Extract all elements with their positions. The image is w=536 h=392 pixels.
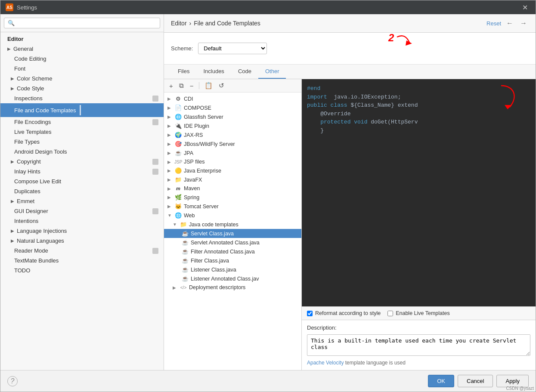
- code-line: @Override: [307, 110, 530, 118]
- tree-item-cdi[interactable]: ▶ ⚙ CDI: [164, 94, 301, 103]
- sidebar-section-editor[interactable]: Editor: [0, 34, 164, 44]
- sidebar-item-natural-languages[interactable]: ▶ Natural Languages: [0, 236, 164, 246]
- tree-item-java-code-templates[interactable]: ▼ 📁 Java code templates 4: [164, 220, 301, 229]
- tree-item-javafx[interactable]: ▶ 📁 JavaFX: [164, 175, 301, 184]
- tab-other[interactable]: Other: [258, 65, 286, 79]
- remove-template-button[interactable]: −: [188, 81, 195, 90]
- copy-to-project-button[interactable]: 📋: [203, 81, 214, 90]
- reformat-checkbox-label[interactable]: Reformat according to style: [307, 310, 381, 316]
- tree-item-listener-class[interactable]: ☕ Listener Class.java: [164, 265, 301, 274]
- tree-item-compose[interactable]: ▶ 📄 COMPOSE: [164, 103, 301, 112]
- code-line: protected void doGet(HttpServ: [307, 118, 530, 127]
- sidebar-item-todo[interactable]: TODO: [0, 265, 164, 275]
- add-template-button[interactable]: +: [167, 81, 175, 90]
- sidebar-item-file-encodings[interactable]: File Encodings: [0, 117, 164, 127]
- sidebar-item-file-types[interactable]: File Types: [0, 137, 164, 147]
- footer-buttons: OK Cancel Apply: [428, 375, 529, 387]
- sidebar-item-copyright[interactable]: ▶Copyright: [0, 157, 164, 167]
- tree-item-jboss[interactable]: ▶ 🎯 JBoss/WildFly Server: [164, 139, 301, 148]
- tree-item-listener-annotated[interactable]: ☕ Listener Annotated Class.jav: [164, 274, 301, 283]
- nav-forward-button[interactable]: →: [518, 19, 529, 28]
- tree-item-web[interactable]: ▼ 🌐 Web 3: [164, 211, 301, 220]
- sidebar-list: Editor ▶ General Code Editing Font ▶ Col…: [0, 32, 164, 370]
- tree-item-maven[interactable]: ▶ m Maven: [164, 184, 301, 193]
- tree-item-filter-class[interactable]: ☕ Filter Class.java: [164, 256, 301, 265]
- badge-icon: [152, 248, 158, 254]
- sidebar-item-code-style[interactable]: ▶ Code Style: [0, 83, 164, 93]
- template-lang-suffix: template language is used: [345, 360, 406, 366]
- close-button[interactable]: ✕: [520, 3, 530, 12]
- dialog-footer: ? OK Cancel Apply: [0, 370, 536, 392]
- selection-indicator: [80, 105, 81, 115]
- sidebar-item-code-editing[interactable]: Code Editing: [0, 54, 164, 64]
- sidebar-item-compose-live-edit[interactable]: Compose Live Edit: [0, 176, 164, 186]
- tab-includes[interactable]: Includes: [196, 65, 231, 79]
- description-input[interactable]: This is a built-in template used each ti…: [307, 334, 530, 356]
- tree-item-glassfish[interactable]: ▶ 🌐 Glassfish Server: [164, 112, 301, 121]
- copy-template-button[interactable]: ⧉: [177, 81, 186, 90]
- sidebar-item-intentions[interactable]: Intentions: [0, 216, 164, 226]
- code-editor[interactable]: #end import java.io.IOException; public …: [302, 79, 536, 306]
- ok-button[interactable]: OK: [428, 375, 454, 387]
- badge-icon: [152, 96, 158, 102]
- tree-item-deployment[interactable]: ▶ </> Deployment descriptors: [164, 283, 301, 292]
- sidebar-item-inspections[interactable]: Inspections: [0, 93, 164, 103]
- sidebar-item-general[interactable]: ▶ General: [0, 44, 164, 54]
- breadcrumb-editor: Editor: [171, 20, 187, 27]
- tree-item-jsp[interactable]: ▶ JSP JSP files: [164, 157, 301, 166]
- arrow-icon: ▶: [7, 46, 11, 51]
- sidebar-item-live-templates[interactable]: Live Templates: [0, 127, 164, 137]
- cancel-button[interactable]: Cancel: [458, 375, 493, 387]
- sidebar-item-emmet[interactable]: ▶ Emmet: [0, 196, 164, 206]
- reset-to-default-button[interactable]: ↺: [217, 81, 226, 90]
- template-tree: ▶ ⚙ CDI ▶ 📄 COMPOSE ▶ 🌐 Glassfish: [164, 93, 301, 370]
- help-button[interactable]: ?: [7, 376, 18, 386]
- breadcrumb-page: File and Code Templates: [194, 20, 260, 27]
- sidebar-item-file-code-templates[interactable]: File and Code Templates: [0, 103, 164, 117]
- tree-item-tomcat[interactable]: ▶ 🐱 Tomcat Server: [164, 202, 301, 211]
- arrow-icon: ▶: [11, 76, 14, 81]
- tree-item-filter-annotated[interactable]: ☕ Filter Annotated Class.java: [164, 247, 301, 256]
- tree-item-servlet-annotated[interactable]: ☕ Servlet Annotated Class.java: [164, 238, 301, 247]
- sidebar-item-textmate-bundles[interactable]: TextMate Bundles: [0, 256, 164, 265]
- tree-item-jpa[interactable]: ▶ ☕ JPA: [164, 148, 301, 157]
- apache-velocity-link[interactable]: Apache Velocity: [307, 360, 344, 366]
- sidebar: Editor ▶ General Code Editing Font ▶ Col…: [0, 14, 164, 370]
- badge-icon: [152, 208, 158, 214]
- tree-item-servlet-class[interactable]: ☕ Servlet Class.java ←: [164, 229, 301, 238]
- settings-dialog: AS Settings ✕ Editor ▶ General: [0, 0, 536, 392]
- reset-button[interactable]: Reset: [486, 20, 501, 27]
- sidebar-item-gui-designer[interactable]: GUI Designer: [0, 206, 164, 216]
- tree-item-java-enterprise[interactable]: ▶ 🟡 Java Enterprise: [164, 166, 301, 175]
- breadcrumb: Editor › File and Code Templates: [171, 20, 260, 27]
- live-templates-checkbox-label[interactable]: Enable Live Templates: [387, 310, 450, 316]
- tab-files[interactable]: Files: [171, 65, 196, 79]
- header-actions: Reset ← →: [486, 19, 529, 28]
- sidebar-item-language-injections[interactable]: ▶ Language Injections: [0, 226, 164, 236]
- sidebar-item-color-scheme[interactable]: ▶ Color Scheme: [0, 74, 164, 83]
- dialog-body: Editor ▶ General Code Editing Font ▶ Col…: [0, 14, 536, 370]
- svg-text:2: 2: [388, 32, 394, 43]
- sidebar-item-reader-mode[interactable]: Reader Mode: [0, 246, 164, 256]
- apply-button[interactable]: Apply: [496, 375, 529, 387]
- sidebar-item-inlay-hints[interactable]: Inlay Hints: [0, 167, 164, 176]
- search-input[interactable]: [4, 18, 160, 28]
- search-box: [0, 14, 164, 32]
- scheme-label: Scheme:: [171, 45, 193, 52]
- reformat-checkbox[interactable]: [307, 311, 313, 316]
- sidebar-item-font[interactable]: Font: [0, 64, 164, 74]
- sidebar-item-duplicates[interactable]: Duplicates: [0, 186, 164, 196]
- window-title: Settings: [17, 4, 37, 11]
- tree-item-jax-rs[interactable]: ▶ 🌍 JAX-RS: [164, 130, 301, 139]
- tree-item-ide-plugin[interactable]: ▶ 🔌 IDE Plugin: [164, 121, 301, 130]
- title-bar-left: AS Settings: [6, 3, 37, 11]
- tab-code[interactable]: Code: [231, 65, 258, 79]
- tree-item-spring[interactable]: ▶ 🌿 Spring: [164, 193, 301, 202]
- live-templates-checkbox[interactable]: [387, 311, 393, 316]
- nav-back-button[interactable]: ←: [505, 19, 515, 28]
- code-line: public class ${Class_Name} extend: [307, 101, 530, 110]
- sidebar-item-android-design-tools[interactable]: Android Design Tools: [0, 147, 164, 157]
- app-icon: AS: [6, 3, 13, 11]
- watermark: CSDN @ysazt: [506, 386, 534, 391]
- scheme-select[interactable]: Default Project: [198, 43, 267, 54]
